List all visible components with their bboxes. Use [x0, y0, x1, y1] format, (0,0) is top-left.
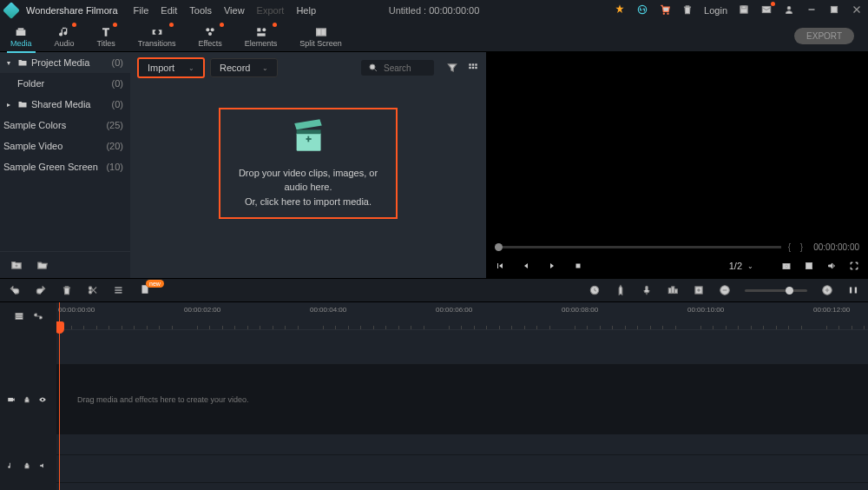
record-dropdown[interactable]: Record⌄ [210, 58, 278, 77]
svg-rect-50 [16, 314, 23, 315]
titles-icon [99, 26, 113, 38]
search-input[interactable] [384, 63, 427, 73]
sidebar-item-sample-colors[interactable]: Sample Colors (25) [0, 115, 130, 136]
svg-rect-21 [475, 63, 477, 65]
preview-scale-select[interactable]: 1/2⌄ [729, 261, 753, 271]
timeline-audio-track[interactable] [56, 455, 868, 483]
svg-rect-52 [16, 318, 23, 320]
import-dropdown[interactable]: Import⌄ [137, 57, 205, 78]
tab-audio[interactable]: Audio [51, 21, 78, 52]
menu-tools[interactable]: Tools [189, 5, 212, 16]
stop-button[interactable] [573, 261, 583, 271]
mute-icon[interactable] [38, 461, 47, 470]
track-manager-icon[interactable] [14, 311, 24, 321]
sidebar-item-project-media[interactable]: ▾ Project Media (0) [0, 52, 130, 73]
preview-viewport[interactable] [486, 52, 868, 240]
tab-split-screen[interactable]: Split Screen [296, 21, 345, 52]
zoom-out-icon[interactable] [719, 284, 731, 296]
menu-view[interactable]: View [224, 5, 245, 16]
cart-icon[interactable] [659, 3, 671, 17]
svg-rect-14 [257, 28, 260, 31]
video-track-header[interactable] [0, 365, 56, 434]
timeline-track[interactable] [56, 434, 868, 455]
message-icon[interactable] [760, 3, 773, 17]
menu-file[interactable]: File [134, 5, 149, 16]
search-box[interactable] [361, 60, 434, 76]
marker-add-icon[interactable] [615, 284, 627, 296]
tab-effects[interactable]: Effects [194, 21, 225, 52]
lock-icon[interactable] [23, 395, 31, 404]
tab-transitions[interactable]: Transitions [135, 21, 180, 52]
zoom-fit-icon[interactable] [847, 284, 859, 296]
export-button[interactable]: EXPORT [794, 28, 854, 44]
sidebar-item-sample-video[interactable]: Sample Video (20) [0, 136, 130, 156]
close-button[interactable] [851, 3, 863, 17]
volume-icon[interactable] [826, 261, 837, 271]
timeline-tracks-area[interactable]: 00:00:00:0000:00:02:0000:00:04:0000:00:0… [56, 302, 868, 490]
timeline-ruler[interactable]: 00:00:00:0000:00:02:0000:00:04:0000:00:0… [56, 302, 868, 330]
edit-mode-icon[interactable] [113, 284, 125, 296]
playhead[interactable] [59, 302, 60, 490]
support-icon[interactable] [636, 3, 648, 17]
tab-media[interactable]: Media [7, 21, 36, 52]
snapshot-icon[interactable] [781, 261, 792, 271]
redo-button[interactable] [35, 284, 47, 296]
undo-button[interactable] [9, 284, 21, 296]
mixer-icon[interactable] [667, 284, 679, 296]
menu-help[interactable]: Help [296, 5, 316, 16]
timeline-video-track[interactable]: Drag media and effects here to create yo… [56, 365, 868, 434]
sidebar-item-shared-media[interactable]: ▸ Shared Media (0) [0, 94, 130, 115]
minimize-button[interactable] [806, 3, 818, 17]
import-drop-zone[interactable]: Drop your video clips, images, or audio … [219, 108, 398, 219]
grid-view-icon[interactable] [467, 62, 479, 74]
premium-icon[interactable] [614, 3, 626, 17]
preview-panel: { } 00:00:00:00 1/2⌄ [486, 52, 868, 278]
delete-button[interactable] [61, 284, 73, 296]
svg-point-1 [663, 13, 664, 14]
svg-rect-29 [307, 136, 309, 142]
save-icon[interactable] [738, 3, 750, 17]
audio-track-header[interactable] [0, 448, 56, 483]
quality-icon[interactable] [804, 261, 814, 271]
new-folder-icon[interactable] [10, 259, 23, 271]
prev-frame-button[interactable] [495, 261, 505, 271]
zoom-in-icon[interactable] [821, 284, 833, 296]
transitions-icon [150, 26, 164, 38]
menu-export: Export [257, 5, 285, 16]
login-link[interactable]: Login [704, 5, 727, 16]
clapperboard-icon [282, 118, 334, 156]
sidebar-item-folder[interactable]: Folder (0) [0, 73, 130, 94]
play-back-button[interactable] [521, 261, 531, 271]
svg-rect-23 [472, 67, 474, 69]
logo-area: Wondershare Filmora [5, 4, 118, 17]
maximize-button[interactable] [828, 3, 840, 17]
account-icon[interactable] [783, 3, 795, 17]
svg-rect-9 [16, 30, 26, 36]
marker-color-button[interactable]: new [139, 283, 151, 297]
keyframe-icon[interactable] [693, 284, 705, 296]
tab-titles[interactable]: Titles [94, 21, 119, 52]
elements-icon [254, 26, 268, 38]
folder-open-icon[interactable] [36, 259, 49, 271]
tab-elements[interactable]: Elements [241, 21, 281, 52]
svg-rect-8 [832, 7, 838, 13]
timeline-track[interactable] [56, 330, 868, 365]
trash-titlebar-icon[interactable] [681, 3, 694, 17]
search-icon [368, 63, 378, 73]
link-track-icon[interactable] [33, 311, 43, 321]
split-button[interactable] [87, 284, 99, 296]
render-icon[interactable] [589, 284, 601, 296]
play-button[interactable] [547, 261, 557, 271]
visibility-icon[interactable] [38, 395, 47, 404]
svg-rect-7 [809, 9, 815, 10]
zoom-slider[interactable] [745, 289, 807, 292]
filter-icon[interactable] [446, 62, 458, 74]
menu-edit[interactable]: Edit [161, 5, 177, 16]
lock-icon[interactable] [23, 461, 31, 470]
in-out-brackets[interactable]: { } [788, 242, 806, 252]
record-voiceover-icon[interactable] [641, 284, 653, 296]
sidebar-item-sample-green-screen[interactable]: Sample Green Screen (10) [0, 156, 130, 177]
preview-scrubber[interactable] [495, 246, 781, 248]
fullscreen-icon[interactable] [849, 261, 859, 271]
titlebar-right: Login [614, 3, 863, 17]
